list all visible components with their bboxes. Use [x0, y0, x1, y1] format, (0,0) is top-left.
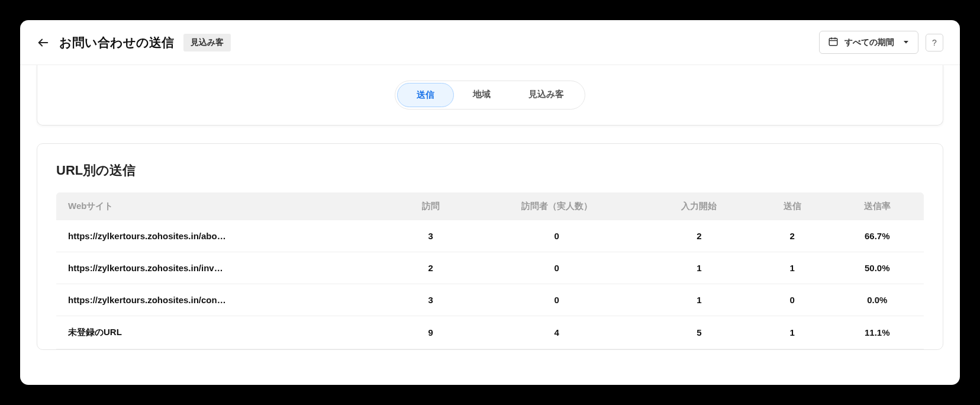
- col-submit: 送信: [754, 192, 831, 220]
- cell-site: https://zylkertours.zohosites.in/inv…: [56, 252, 392, 284]
- help-icon: ?: [932, 38, 937, 47]
- col-uniques: 訪問者（実人数）: [469, 192, 644, 220]
- tab-submit[interactable]: 送信: [397, 83, 454, 107]
- page-header: お問い合わせの送信 見込み客 すべての期間 ?: [20, 20, 960, 65]
- table-row[interactable]: https://zylkertours.zohosites.in/abo… 3 …: [56, 220, 924, 252]
- page-badge: 見込み客: [183, 34, 231, 52]
- cell-submit: 1: [754, 252, 831, 284]
- date-range-picker[interactable]: すべての期間: [819, 31, 918, 54]
- cell-site: https://zylkertours.zohosites.in/abo…: [56, 220, 392, 252]
- col-started: 入力開始: [644, 192, 754, 220]
- back-arrow-icon[interactable]: [37, 36, 50, 49]
- cell-submit: 0: [754, 284, 831, 316]
- cell-uniques: 4: [469, 316, 644, 349]
- table-row[interactable]: 未登録のURL 9 4 5 1 11.1%: [56, 316, 924, 349]
- cell-visits: 9: [392, 316, 469, 349]
- cell-rate: 50.0%: [831, 252, 924, 284]
- tabs-card: 送信 地域 見込み客: [37, 65, 943, 126]
- cell-started: 1: [644, 284, 754, 316]
- cell-rate: 66.7%: [831, 220, 924, 252]
- cell-uniques: 0: [469, 220, 644, 252]
- header-right: すべての期間 ?: [819, 31, 943, 54]
- svg-marker-5: [904, 41, 908, 44]
- table-header-row: Webサイト 訪問 訪問者（実人数） 入力開始 送信 送信率: [56, 192, 924, 220]
- cell-started: 1: [644, 252, 754, 284]
- cell-rate: 0.0%: [831, 284, 924, 316]
- calendar-icon: [828, 36, 839, 49]
- cell-submit: 1: [754, 316, 831, 349]
- date-range-label: すべての期間: [844, 37, 894, 48]
- segmented-control: 送信 地域 見込み客: [395, 81, 585, 110]
- cell-site: 未登録のURL: [56, 316, 392, 349]
- chevron-down-icon: [900, 38, 910, 47]
- cell-uniques: 0: [469, 284, 644, 316]
- cell-visits: 3: [392, 220, 469, 252]
- table-row[interactable]: https://zylkertours.zohosites.in/inv… 2 …: [56, 252, 924, 284]
- cell-started: 2: [644, 220, 754, 252]
- col-rate: 送信率: [831, 192, 924, 220]
- table-card: URL別の送信 Webサイト 訪問 訪問者（実人数） 入力開始 送信 送信率 h…: [37, 143, 943, 350]
- cell-started: 5: [644, 316, 754, 349]
- cell-submit: 2: [754, 220, 831, 252]
- help-button[interactable]: ?: [926, 34, 943, 52]
- cell-uniques: 0: [469, 252, 644, 284]
- main-panel: お問い合わせの送信 見込み客 すべての期間 ? 送信 地域 見込み客: [20, 20, 960, 385]
- col-website: Webサイト: [56, 192, 392, 220]
- svg-rect-1: [829, 38, 837, 46]
- cell-visits: 2: [392, 252, 469, 284]
- col-visits: 訪問: [392, 192, 469, 220]
- cell-rate: 11.1%: [831, 316, 924, 349]
- table-title: URL別の送信: [56, 162, 924, 179]
- tab-region[interactable]: 地域: [454, 83, 510, 107]
- body-area: 送信 地域 見込み客 URL別の送信 Webサイト 訪問 訪問者（実人数） 入力…: [20, 65, 960, 385]
- cell-site: https://zylkertours.zohosites.in/con…: [56, 284, 392, 316]
- url-table: Webサイト 訪問 訪問者（実人数） 入力開始 送信 送信率 https://z…: [56, 192, 924, 349]
- page-title: お問い合わせの送信: [59, 34, 174, 51]
- cell-visits: 3: [392, 284, 469, 316]
- table-row[interactable]: https://zylkertours.zohosites.in/con… 3 …: [56, 284, 924, 316]
- tab-leads[interactable]: 見込み客: [510, 83, 583, 107]
